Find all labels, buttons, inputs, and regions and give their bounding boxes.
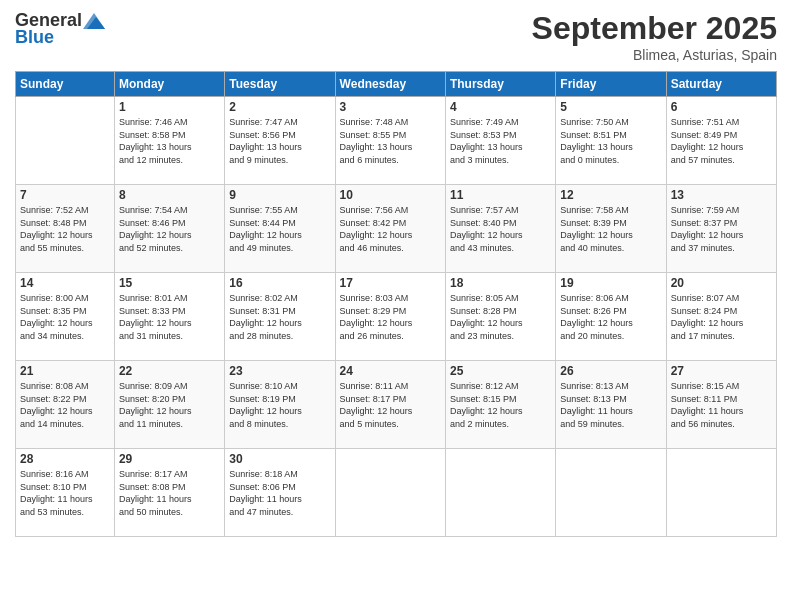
day-number: 15 bbox=[119, 276, 220, 290]
day-number: 20 bbox=[671, 276, 772, 290]
week-row-5: 28Sunrise: 8:16 AM Sunset: 8:10 PM Dayli… bbox=[16, 449, 777, 537]
week-row-4: 21Sunrise: 8:08 AM Sunset: 8:22 PM Dayli… bbox=[16, 361, 777, 449]
day-info: Sunrise: 8:08 AM Sunset: 8:22 PM Dayligh… bbox=[20, 380, 110, 430]
day-info: Sunrise: 8:16 AM Sunset: 8:10 PM Dayligh… bbox=[20, 468, 110, 518]
day-cell: 11Sunrise: 7:57 AM Sunset: 8:40 PM Dayli… bbox=[445, 185, 555, 273]
calendar-table: Sunday Monday Tuesday Wednesday Thursday… bbox=[15, 71, 777, 537]
day-cell: 21Sunrise: 8:08 AM Sunset: 8:22 PM Dayli… bbox=[16, 361, 115, 449]
day-number: 9 bbox=[229, 188, 330, 202]
month-title: September 2025 bbox=[532, 10, 777, 47]
day-cell: 16Sunrise: 8:02 AM Sunset: 8:31 PM Dayli… bbox=[225, 273, 335, 361]
day-cell: 25Sunrise: 8:12 AM Sunset: 8:15 PM Dayli… bbox=[445, 361, 555, 449]
day-cell: 29Sunrise: 8:17 AM Sunset: 8:08 PM Dayli… bbox=[114, 449, 224, 537]
day-info: Sunrise: 8:01 AM Sunset: 8:33 PM Dayligh… bbox=[119, 292, 220, 342]
day-cell: 27Sunrise: 8:15 AM Sunset: 8:11 PM Dayli… bbox=[666, 361, 776, 449]
header-row: Sunday Monday Tuesday Wednesday Thursday… bbox=[16, 72, 777, 97]
day-info: Sunrise: 7:52 AM Sunset: 8:48 PM Dayligh… bbox=[20, 204, 110, 254]
day-cell: 17Sunrise: 8:03 AM Sunset: 8:29 PM Dayli… bbox=[335, 273, 445, 361]
day-number: 4 bbox=[450, 100, 551, 114]
col-saturday: Saturday bbox=[666, 72, 776, 97]
day-number: 29 bbox=[119, 452, 220, 466]
header: General Blue September 2025 Blimea, Astu… bbox=[15, 10, 777, 63]
day-cell bbox=[666, 449, 776, 537]
day-cell: 7Sunrise: 7:52 AM Sunset: 8:48 PM Daylig… bbox=[16, 185, 115, 273]
day-number: 12 bbox=[560, 188, 661, 202]
location: Blimea, Asturias, Spain bbox=[532, 47, 777, 63]
day-info: Sunrise: 7:46 AM Sunset: 8:58 PM Dayligh… bbox=[119, 116, 220, 166]
day-cell: 24Sunrise: 8:11 AM Sunset: 8:17 PM Dayli… bbox=[335, 361, 445, 449]
day-cell: 19Sunrise: 8:06 AM Sunset: 8:26 PM Dayli… bbox=[556, 273, 666, 361]
day-cell: 26Sunrise: 8:13 AM Sunset: 8:13 PM Dayli… bbox=[556, 361, 666, 449]
day-info: Sunrise: 8:09 AM Sunset: 8:20 PM Dayligh… bbox=[119, 380, 220, 430]
day-cell: 22Sunrise: 8:09 AM Sunset: 8:20 PM Dayli… bbox=[114, 361, 224, 449]
week-row-1: 1Sunrise: 7:46 AM Sunset: 8:58 PM Daylig… bbox=[16, 97, 777, 185]
day-info: Sunrise: 8:07 AM Sunset: 8:24 PM Dayligh… bbox=[671, 292, 772, 342]
col-tuesday: Tuesday bbox=[225, 72, 335, 97]
day-cell: 30Sunrise: 8:18 AM Sunset: 8:06 PM Dayli… bbox=[225, 449, 335, 537]
day-number: 27 bbox=[671, 364, 772, 378]
page: General Blue September 2025 Blimea, Astu… bbox=[0, 0, 792, 612]
day-number: 2 bbox=[229, 100, 330, 114]
day-cell: 1Sunrise: 7:46 AM Sunset: 8:58 PM Daylig… bbox=[114, 97, 224, 185]
col-thursday: Thursday bbox=[445, 72, 555, 97]
day-info: Sunrise: 8:05 AM Sunset: 8:28 PM Dayligh… bbox=[450, 292, 551, 342]
day-info: Sunrise: 7:54 AM Sunset: 8:46 PM Dayligh… bbox=[119, 204, 220, 254]
day-number: 25 bbox=[450, 364, 551, 378]
day-number: 13 bbox=[671, 188, 772, 202]
day-info: Sunrise: 8:00 AM Sunset: 8:35 PM Dayligh… bbox=[20, 292, 110, 342]
day-info: Sunrise: 8:12 AM Sunset: 8:15 PM Dayligh… bbox=[450, 380, 551, 430]
day-info: Sunrise: 8:10 AM Sunset: 8:19 PM Dayligh… bbox=[229, 380, 330, 430]
day-cell: 4Sunrise: 7:49 AM Sunset: 8:53 PM Daylig… bbox=[445, 97, 555, 185]
day-number: 7 bbox=[20, 188, 110, 202]
day-info: Sunrise: 7:58 AM Sunset: 8:39 PM Dayligh… bbox=[560, 204, 661, 254]
day-cell: 12Sunrise: 7:58 AM Sunset: 8:39 PM Dayli… bbox=[556, 185, 666, 273]
logo: General Blue bbox=[15, 10, 106, 48]
day-number: 8 bbox=[119, 188, 220, 202]
day-cell bbox=[335, 449, 445, 537]
day-info: Sunrise: 7:55 AM Sunset: 8:44 PM Dayligh… bbox=[229, 204, 330, 254]
day-info: Sunrise: 8:06 AM Sunset: 8:26 PM Dayligh… bbox=[560, 292, 661, 342]
day-info: Sunrise: 8:02 AM Sunset: 8:31 PM Dayligh… bbox=[229, 292, 330, 342]
day-number: 10 bbox=[340, 188, 441, 202]
day-number: 14 bbox=[20, 276, 110, 290]
day-cell: 20Sunrise: 8:07 AM Sunset: 8:24 PM Dayli… bbox=[666, 273, 776, 361]
day-cell: 13Sunrise: 7:59 AM Sunset: 8:37 PM Dayli… bbox=[666, 185, 776, 273]
day-cell: 9Sunrise: 7:55 AM Sunset: 8:44 PM Daylig… bbox=[225, 185, 335, 273]
day-info: Sunrise: 7:47 AM Sunset: 8:56 PM Dayligh… bbox=[229, 116, 330, 166]
day-cell bbox=[445, 449, 555, 537]
day-number: 6 bbox=[671, 100, 772, 114]
day-number: 22 bbox=[119, 364, 220, 378]
day-number: 5 bbox=[560, 100, 661, 114]
day-cell: 3Sunrise: 7:48 AM Sunset: 8:55 PM Daylig… bbox=[335, 97, 445, 185]
day-info: Sunrise: 8:17 AM Sunset: 8:08 PM Dayligh… bbox=[119, 468, 220, 518]
day-cell bbox=[556, 449, 666, 537]
day-info: Sunrise: 8:15 AM Sunset: 8:11 PM Dayligh… bbox=[671, 380, 772, 430]
day-info: Sunrise: 7:51 AM Sunset: 8:49 PM Dayligh… bbox=[671, 116, 772, 166]
day-cell: 10Sunrise: 7:56 AM Sunset: 8:42 PM Dayli… bbox=[335, 185, 445, 273]
day-info: Sunrise: 7:50 AM Sunset: 8:51 PM Dayligh… bbox=[560, 116, 661, 166]
logo-icon bbox=[83, 13, 105, 29]
day-number: 18 bbox=[450, 276, 551, 290]
day-cell bbox=[16, 97, 115, 185]
day-cell: 2Sunrise: 7:47 AM Sunset: 8:56 PM Daylig… bbox=[225, 97, 335, 185]
day-info: Sunrise: 8:18 AM Sunset: 8:06 PM Dayligh… bbox=[229, 468, 330, 518]
day-number: 28 bbox=[20, 452, 110, 466]
day-number: 30 bbox=[229, 452, 330, 466]
day-info: Sunrise: 8:11 AM Sunset: 8:17 PM Dayligh… bbox=[340, 380, 441, 430]
col-wednesday: Wednesday bbox=[335, 72, 445, 97]
day-cell: 23Sunrise: 8:10 AM Sunset: 8:19 PM Dayli… bbox=[225, 361, 335, 449]
logo-blue: Blue bbox=[15, 27, 54, 48]
day-info: Sunrise: 8:03 AM Sunset: 8:29 PM Dayligh… bbox=[340, 292, 441, 342]
day-number: 26 bbox=[560, 364, 661, 378]
col-sunday: Sunday bbox=[16, 72, 115, 97]
day-cell: 18Sunrise: 8:05 AM Sunset: 8:28 PM Dayli… bbox=[445, 273, 555, 361]
day-number: 24 bbox=[340, 364, 441, 378]
day-number: 11 bbox=[450, 188, 551, 202]
day-info: Sunrise: 7:57 AM Sunset: 8:40 PM Dayligh… bbox=[450, 204, 551, 254]
day-number: 19 bbox=[560, 276, 661, 290]
col-monday: Monday bbox=[114, 72, 224, 97]
day-cell: 8Sunrise: 7:54 AM Sunset: 8:46 PM Daylig… bbox=[114, 185, 224, 273]
day-cell: 5Sunrise: 7:50 AM Sunset: 8:51 PM Daylig… bbox=[556, 97, 666, 185]
col-friday: Friday bbox=[556, 72, 666, 97]
day-number: 3 bbox=[340, 100, 441, 114]
